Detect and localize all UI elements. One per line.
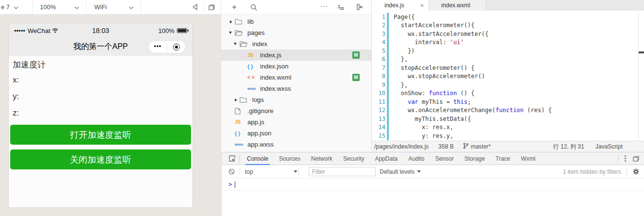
console-tab-trace[interactable]: Trace (490, 152, 516, 165)
code-line-1: 1Page({ (372, 13, 644, 21)
chevron-down-icon (294, 170, 297, 175)
device-dropdown[interactable]: e 7 (0, 0, 33, 14)
search-icon[interactable] (247, 1, 260, 14)
console-settings-gear-icon[interactable] (632, 168, 640, 175)
tree-item-app.js[interactable]: JSapp.js (221, 116, 371, 128)
chevron-down-icon[interactable] (234, 42, 240, 47)
tree-item-index.wxss[interactable]: wxssindex.wxss (221, 83, 371, 94)
editor-tab-index.wxml[interactable]: index.wxml (429, 0, 486, 11)
more-options-icon[interactable]: ··· (320, 2, 329, 13)
code-text: myThis.setData({ (389, 116, 471, 122)
start-accelerometer-button[interactable]: 打开加速度监听 (10, 125, 191, 145)
execution-context-label: top (245, 168, 253, 175)
zoom-dropdown-label: 100% (40, 3, 56, 11)
phone-status-bar: ••••• WeChat 18:03 100% (9, 23, 192, 38)
line-number: 9 (372, 82, 385, 88)
code-text: }, (389, 82, 408, 88)
log-levels-dropdown[interactable]: Default levels (380, 168, 421, 175)
wechat-devtools-window: e 7 100% WiFi (0, 0, 644, 216)
scrollbar-marker (639, 51, 644, 53)
code-line-7: 7 stopAccelerometer() { (372, 64, 644, 72)
editor-scrollbar[interactable] (638, 11, 644, 141)
network-dropdown[interactable]: WiFi (87, 0, 141, 14)
inspect-element-icon[interactable] (226, 154, 238, 164)
code-text: startAccelerometer(){ (389, 22, 474, 29)
console-tab-console[interactable]: Console (242, 152, 274, 165)
code-text: }) (389, 48, 415, 54)
editor-status-bar: /pages/index/index.js 358 B master* 行 12… (372, 141, 644, 152)
code-line-10: 10 onShow: function () { (372, 89, 644, 98)
git-branch-label[interactable]: master* (470, 143, 490, 150)
add-file-button[interactable]: + (228, 1, 241, 14)
axis-value-x: x: (13, 72, 189, 88)
chevron-right-icon[interactable] (234, 99, 240, 101)
execution-context-dropdown[interactable]: top (245, 168, 297, 175)
console-tab-sensor[interactable]: Sensor (430, 152, 459, 165)
editor-tab-bar: index.js×index.wxml (372, 0, 644, 11)
chevron-down-icon[interactable] (229, 31, 235, 35)
console-filter-bar: top Default levels 1 item hidden by filt… (222, 165, 644, 179)
editor-tab-index.js[interactable]: index.js× (372, 0, 429, 11)
console-tab-sources[interactable]: Sources (274, 152, 306, 165)
stop-accelerometer-button[interactable]: 关闭加速度监听 (10, 150, 191, 169)
chevron-right-icon[interactable] (229, 20, 235, 23)
console-tab-storage[interactable]: Storage (459, 152, 490, 165)
tab-label: index.wxml (441, 2, 470, 9)
tree-item-index.wxml[interactable]: < >index.wxmlM (221, 72, 371, 83)
tree-item-index.js[interactable]: JSindex.jsM (221, 50, 371, 61)
tree-item-app.wxss[interactable]: wxssapp.wxss (221, 139, 371, 150)
axis-value-z: z: (13, 105, 189, 121)
modified-badge: M (352, 51, 360, 59)
speaker-icon[interactable] (189, 0, 204, 14)
language-mode[interactable]: JavaScript (595, 143, 623, 150)
tree-item-index[interactable]: index (221, 38, 371, 50)
clear-console-icon[interactable] (228, 168, 235, 175)
tree-item-lib[interactable]: lib (221, 16, 371, 27)
filter-input[interactable] (309, 167, 376, 176)
console-log-area[interactable]: > (222, 179, 644, 216)
app-title: 我的第一个APP (73, 42, 128, 52)
file-tree: libpagesindexJSindex.jsM{ }index.json< >… (221, 15, 371, 150)
tree-item-index.json[interactable]: { }index.json (221, 61, 371, 72)
tree-item-logs[interactable]: logs (221, 94, 371, 105)
tree-item-.gitignore[interactable]: .gitignore (221, 105, 371, 116)
sort-files-icon[interactable] (334, 1, 347, 14)
console-menu-icon[interactable] (625, 155, 626, 162)
file-path: /pages/index/index.js (374, 143, 429, 150)
line-number: 10 (372, 90, 385, 97)
zoom-dropdown[interactable]: 100% (33, 0, 87, 14)
text-cursor (235, 182, 235, 188)
cursor-position[interactable]: 行 12, 列 31 (553, 143, 584, 151)
code-line-15: 15 y: res.y, (372, 132, 644, 140)
console-tab-security[interactable]: Security (338, 152, 369, 165)
hidden-items-note: 1 item hidden by filters (563, 168, 621, 175)
file-name: logs (252, 96, 264, 103)
menu-dots-button[interactable]: ••• (149, 41, 167, 53)
line-number: 7 (372, 65, 385, 71)
console-panel: ConsoleSourcesNetworkSecurityAppDataAudi… (221, 152, 644, 216)
detach-window-icon[interactable] (204, 0, 219, 14)
home-capsule-button[interactable] (167, 41, 185, 53)
code-line-12: 12 wx.onAccelerometerChange(function (re… (372, 106, 644, 115)
code-line-14: 14 x: res.x, (372, 123, 644, 132)
page-title: 加速度计 (13, 59, 189, 71)
simulator-panel: e 7 100% WiFi (0, 0, 221, 216)
dock-side-icon[interactable] (633, 156, 639, 162)
tree-item-app.json[interactable]: { }app.json (221, 128, 371, 139)
file-file-icon (235, 108, 246, 115)
file-name: index.wxss (260, 85, 291, 92)
console-prompt-row[interactable]: > (222, 179, 644, 191)
code-text: y: res.y, (389, 133, 453, 139)
close-icon[interactable]: × (409, 2, 424, 9)
file-name: index.wxml (260, 74, 291, 81)
collapse-panel-icon[interactable] (354, 1, 366, 14)
console-tab-appdata[interactable]: AppData (369, 152, 403, 165)
console-tab-wxml[interactable]: Wxml (516, 152, 541, 165)
console-tab-audits[interactable]: Audits (403, 152, 430, 165)
code-text: onShow: function () { (389, 90, 474, 97)
editor-panel: index.js×index.wxml 1Page({2 startAccele… (372, 0, 644, 152)
code-area[interactable]: 1Page({2 startAccelerometer(){3 wx.start… (372, 11, 644, 141)
record-circle-icon (173, 44, 180, 50)
console-tab-network[interactable]: Network (306, 152, 338, 165)
tree-item-pages[interactable]: pages (221, 27, 371, 38)
